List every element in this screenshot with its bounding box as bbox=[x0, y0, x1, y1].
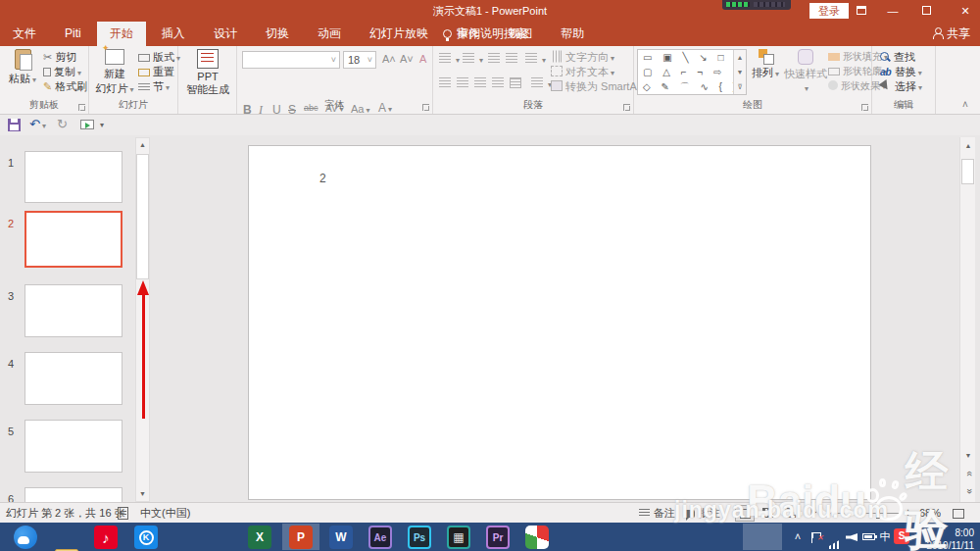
fit-to-window-button[interactable] bbox=[953, 503, 964, 523]
shapes-gallery-scroll[interactable]: ▲▼⊽ bbox=[733, 50, 746, 94]
new-slide-button[interactable]: 新建 幻灯片 bbox=[94, 49, 135, 96]
drawing-dialog-launcher[interactable] bbox=[861, 104, 868, 111]
share-button[interactable]: 共享 bbox=[932, 22, 970, 46]
canvas-scroll-down-button[interactable]: ▼ bbox=[961, 449, 975, 463]
quick-styles-button[interactable]: 快速样式 bbox=[783, 49, 828, 93]
numbering-button[interactable] bbox=[463, 52, 483, 66]
shapes-row-3[interactable]: ◇ ✎ ⌒ ∿ { } bbox=[638, 79, 746, 94]
thumbnail-scroll-up-button[interactable]: ▲ bbox=[136, 138, 149, 152]
tray-battery-icon[interactable] bbox=[859, 523, 877, 551]
find-button[interactable]: 查找 bbox=[880, 50, 915, 64]
tab-help[interactable]: 帮助 bbox=[548, 22, 597, 46]
slide-sorter-view-button[interactable] bbox=[758, 505, 777, 522]
taskbar-premiere-icon[interactable]: Pr bbox=[486, 526, 510, 549]
login-button[interactable]: 登录 bbox=[809, 3, 849, 19]
tray-ime-indicator[interactable]: 中 bbox=[877, 523, 893, 551]
canvas-scroll-up-button[interactable]: ▲ bbox=[961, 139, 975, 153]
slide-editing-canvas[interactable]: 2 bbox=[248, 145, 871, 500]
paragraph-dialog-launcher[interactable] bbox=[623, 104, 630, 111]
slide-thumbnail-4[interactable] bbox=[24, 352, 122, 405]
canvas-scrollbar-thumb[interactable] bbox=[961, 159, 974, 184]
zoom-slider[interactable] bbox=[835, 513, 900, 514]
cut-button[interactable]: ✂ 剪切 bbox=[43, 50, 76, 64]
tray-volume-icon[interactable] bbox=[844, 523, 859, 551]
language-indicator[interactable]: 中文(中国) bbox=[140, 503, 190, 523]
tray-clock[interactable]: 8:00 2019/11/11 bbox=[907, 523, 978, 551]
slide-counter[interactable]: 幻灯片 第 2 张，共 16 张 bbox=[6, 503, 125, 523]
clear-formatting-button[interactable]: A bbox=[419, 52, 426, 66]
taskbar-netease-music-icon[interactable]: ♪ bbox=[94, 526, 118, 549]
clipboard-dialog-launcher[interactable] bbox=[78, 104, 85, 111]
line-spacing-button[interactable] bbox=[525, 52, 546, 66]
tray-signal-icon[interactable] bbox=[827, 523, 843, 551]
slide-body-text[interactable]: 2 bbox=[319, 172, 326, 185]
maximize-button[interactable] bbox=[913, 0, 939, 22]
font-dialog-launcher[interactable] bbox=[422, 104, 429, 111]
text-direction-button[interactable]: 文字方向 bbox=[551, 50, 614, 64]
customize-qat-button[interactable]: ▾ bbox=[100, 121, 104, 129]
shapes-row-1[interactable]: ▭ ▣ ╲ ↘ □ ○ bbox=[638, 50, 746, 65]
thumbnail-scroll-down-button[interactable]: ▼ bbox=[136, 487, 149, 501]
canvas-scrollbar[interactable]: ▲ ▼ « » bbox=[959, 137, 975, 502]
save-button[interactable] bbox=[8, 119, 21, 131]
taskbar-k-app-icon[interactable]: K bbox=[134, 526, 158, 549]
normal-view-button[interactable] bbox=[735, 505, 755, 522]
bullets-button[interactable] bbox=[439, 52, 460, 66]
taskbar-video-editor-icon[interactable]: ▦ bbox=[447, 526, 470, 549]
grow-font-button[interactable]: A˄ bbox=[382, 52, 396, 66]
align-text-button[interactable]: 对齐文本 bbox=[551, 65, 614, 78]
tell-me-search[interactable]: 操作说明搜索 bbox=[443, 22, 527, 46]
font-size-combo[interactable]: 18 bbox=[343, 51, 376, 69]
collapse-ribbon-button[interactable]: ˄ bbox=[962, 99, 968, 110]
format-painter-button[interactable]: ✎ 格式刷 bbox=[43, 79, 87, 93]
slide-thumbnail-1[interactable] bbox=[24, 151, 122, 203]
tab-file[interactable]: 文件 bbox=[0, 22, 49, 46]
tray-network-flag-icon[interactable] bbox=[808, 523, 825, 551]
taskbar-powerpoint-icon-active[interactable]: P bbox=[289, 526, 313, 549]
comments-toggle[interactable]: 批注 bbox=[684, 503, 720, 523]
arrange-button[interactable]: 排列 bbox=[750, 49, 781, 80]
taskbar-pinwheel-app-icon[interactable] bbox=[525, 526, 549, 549]
zoom-in-button[interactable]: + bbox=[905, 503, 911, 523]
undo-button[interactable]: ↶ bbox=[29, 117, 46, 131]
minimize-button[interactable]: — bbox=[880, 0, 906, 22]
zoom-percentage[interactable]: 68% bbox=[919, 503, 941, 523]
tab-design[interactable]: 设计 bbox=[201, 22, 250, 46]
justify-button[interactable] bbox=[492, 76, 507, 90]
distribute-button[interactable] bbox=[510, 76, 524, 90]
tab-animations[interactable]: 动画 bbox=[305, 22, 354, 46]
slide-thumbnail-5[interactable] bbox=[24, 420, 122, 473]
previous-slide-button[interactable]: « bbox=[961, 467, 975, 480]
zoom-out-button[interactable]: − bbox=[824, 503, 831, 523]
paste-button[interactable]: 粘贴 bbox=[6, 49, 39, 86]
thumbnail-scrollbar-thumb[interactable] bbox=[136, 154, 149, 279]
tray-show-hidden-icons[interactable]: ˄ bbox=[790, 523, 806, 551]
shapes-row-2[interactable]: ▢ △ ⌐ ¬ ⇨ ⇩ bbox=[638, 65, 746, 79]
taskbar-after-effects-icon[interactable]: Ae bbox=[368, 526, 392, 549]
align-right-button[interactable] bbox=[474, 76, 489, 90]
taskbar-word-icon[interactable]: W bbox=[329, 526, 353, 549]
slide-thumbnail-3[interactable] bbox=[24, 284, 122, 337]
replace-button[interactable]: ab替换 bbox=[880, 65, 922, 78]
section-button[interactable]: 节 bbox=[138, 79, 170, 93]
layout-button[interactable]: 版式 bbox=[138, 50, 180, 64]
next-slide-button[interactable]: » bbox=[961, 484, 975, 498]
ribbon-display-options-button[interactable] bbox=[849, 0, 874, 22]
align-left-button[interactable] bbox=[439, 76, 454, 90]
taskbar-qq-browser-icon[interactable] bbox=[14, 526, 37, 549]
tab-insert[interactable]: 插入 bbox=[149, 22, 198, 46]
increase-indent-button[interactable] bbox=[506, 52, 520, 66]
reading-view-button[interactable] bbox=[780, 505, 800, 522]
font-name-combo[interactable] bbox=[242, 51, 340, 69]
taskbar-photoshop-icon[interactable]: Ps bbox=[408, 526, 431, 549]
close-button[interactable]: ✕ bbox=[951, 0, 980, 22]
tab-transitions[interactable]: 切换 bbox=[253, 22, 302, 46]
taskbar-excel-icon[interactable]: X bbox=[248, 526, 271, 549]
align-center-button[interactable] bbox=[457, 76, 471, 90]
copy-button[interactable]: 复制 bbox=[43, 65, 81, 78]
slideshow-view-button[interactable] bbox=[803, 505, 822, 522]
reset-button[interactable]: 重置 bbox=[138, 65, 174, 78]
columns-button[interactable] bbox=[531, 76, 552, 90]
tab-piti[interactable]: Piti bbox=[52, 22, 94, 46]
slide-thumbnail-2-selected[interactable] bbox=[24, 211, 122, 268]
